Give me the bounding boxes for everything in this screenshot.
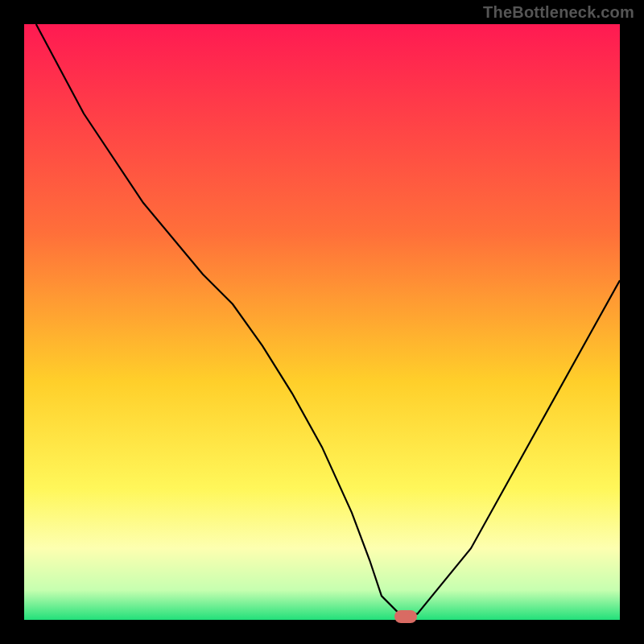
plot-svg — [24, 24, 620, 620]
watermark-text: TheBottleneck.com — [483, 3, 634, 22]
gradient-background — [24, 24, 620, 620]
plot-area — [24, 24, 620, 620]
optimal-marker — [394, 610, 417, 623]
chart-frame: TheBottleneck.com — [0, 0, 644, 644]
